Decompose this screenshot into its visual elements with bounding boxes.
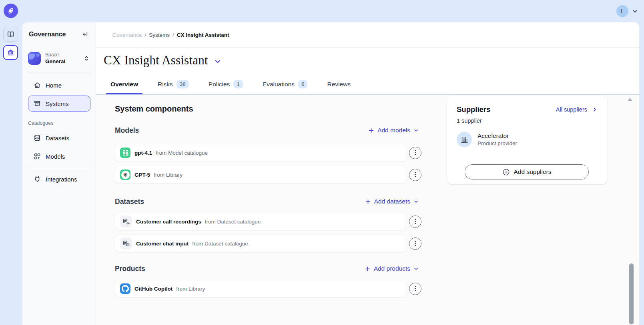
tab-label: Overview	[110, 81, 138, 88]
chevron-up-down-icon	[83, 55, 90, 62]
product-name: GitHub Copilot	[134, 286, 173, 292]
tab-reviews[interactable]: Reviews	[323, 80, 355, 94]
breadcrumb-separator: /	[173, 32, 174, 38]
tab-policies[interactable]: Policies 1	[204, 80, 247, 94]
sidebar-title: Governance	[29, 31, 66, 38]
book-icon	[6, 30, 15, 38]
chevron-down-icon	[214, 58, 221, 65]
row-menu-button[interactable]	[409, 147, 421, 159]
model-grid-icon	[120, 148, 130, 158]
supplier-item[interactable]: Accelerator Product provider	[457, 132, 598, 147]
content-area: Governance / Systems / CX Insight Assist…	[96, 22, 639, 325]
model-row: gpt-4.1 from Model catalogue	[115, 144, 422, 162]
row-menu-button[interactable]	[409, 169, 421, 181]
openai-icon: ❋	[120, 169, 130, 180]
bank-icon	[6, 48, 15, 57]
tab-overview[interactable]: Overview	[106, 80, 142, 94]
sidebar-item-label: Models	[46, 153, 65, 160]
space-value: General	[45, 58, 83, 65]
app-rail	[0, 22, 22, 325]
add-suppliers-button[interactable]: Add suppliers	[465, 164, 589, 179]
account-menu-button[interactable]	[632, 8, 638, 15]
tab-risks[interactable]: Risks 38	[153, 80, 193, 94]
app-logo[interactable]	[4, 4, 18, 18]
app-window: L	[0, 0, 644, 325]
breadcrumb-separator: /	[145, 32, 146, 38]
home-icon	[33, 81, 41, 89]
plus-icon	[368, 128, 374, 134]
add-datasets-button[interactable]: Add datasets	[365, 198, 419, 205]
database-icon	[33, 134, 41, 142]
plus-icon	[365, 199, 371, 205]
row-menu-button[interactable]	[409, 215, 421, 228]
sidebar-item-home[interactable]: Home	[28, 77, 90, 93]
page-header: CX Insight Assistant Overview Risks 38 P…	[96, 48, 639, 95]
tab-bar: Overview Risks 38 Policies 1 Evaluations…	[106, 80, 355, 94]
model-row-gpt-5[interactable]: ❋ GPT-5 from Library	[115, 166, 406, 183]
sidebar-collapse-button[interactable]	[82, 31, 89, 38]
breadcrumb-systems[interactable]: Systems	[149, 32, 170, 38]
user-avatar[interactable]: L	[616, 5, 628, 17]
systems-box-icon	[33, 100, 41, 108]
rail-library-button[interactable]	[3, 27, 18, 42]
supplier-name: Accelerator	[477, 132, 517, 140]
datasets-heading: Datasets	[115, 197, 144, 206]
suppliers-heading: Suppliers	[457, 105, 490, 114]
tab-label: Reviews	[327, 81, 351, 88]
product-row: GitHub Copilot from Library	[115, 280, 422, 297]
row-menu-button[interactable]	[409, 237, 421, 250]
tab-badge: 6	[298, 80, 308, 88]
products-heading: Products	[115, 265, 145, 273]
scrollbar-up-button[interactable]	[628, 98, 632, 101]
product-source: from Library	[176, 286, 205, 292]
suppliers-card: Suppliers All suppliers 1 supplier	[447, 96, 607, 184]
all-suppliers-link[interactable]: All suppliers	[556, 106, 598, 113]
row-menu-button[interactable]	[409, 283, 421, 295]
dataset-audio-icon	[120, 215, 132, 227]
model-source: from Model catalogue	[156, 150, 208, 156]
sidebar-item-label: Home	[46, 82, 62, 89]
supplier-count: 1 supplier	[457, 118, 598, 124]
chevron-right-icon	[592, 107, 598, 112]
dataset-source: from Dataset catalogue	[205, 219, 261, 225]
sidebar-item-integrations[interactable]: Integrations	[28, 171, 90, 187]
logo-swoosh-icon	[6, 6, 15, 15]
page-title-dropdown[interactable]: CX Insight Assistant	[104, 53, 639, 68]
tab-label: Evaluations	[263, 81, 295, 88]
sidebar-item-models[interactable]: Models	[28, 148, 90, 164]
supplier-avatar	[457, 132, 472, 147]
overview-scroll-area: System components Models Add models	[96, 95, 639, 325]
dataset-name: Customer chat input	[136, 241, 189, 247]
tab-badge: 1	[233, 80, 243, 88]
plus-icon	[365, 266, 371, 272]
chevron-down-icon	[632, 8, 638, 15]
dataset-table-icon	[120, 237, 132, 249]
chevron-down-icon	[413, 266, 419, 271]
supplier-role: Product provider	[477, 140, 517, 147]
space-icon	[28, 52, 41, 65]
add-models-button[interactable]: Add models	[368, 127, 419, 134]
models-heading: Models	[115, 126, 139, 135]
product-row-github-copilot[interactable]: GitHub Copilot from Library	[115, 280, 406, 297]
space-selector[interactable]: Space General	[28, 50, 90, 72]
dataset-row: Customer call recordings from Dataset ca…	[115, 213, 422, 230]
tab-label: Risks	[158, 81, 173, 88]
plug-icon	[33, 175, 41, 183]
add-products-button[interactable]: Add products	[365, 265, 419, 272]
sidebar-divider	[28, 167, 90, 167]
sidebar-item-label: Systems	[46, 100, 69, 107]
model-source: from Library	[154, 172, 183, 178]
rail-governance-button[interactable]	[3, 45, 18, 60]
dataset-row-call-recordings[interactable]: Customer call recordings from Dataset ca…	[115, 213, 406, 230]
breadcrumb-governance[interactable]: Governance	[112, 32, 142, 38]
model-row-gpt-4-1[interactable]: gpt-4.1 from Model catalogue	[115, 144, 406, 162]
model-name: gpt-4.1	[134, 150, 152, 156]
scrollbar-thumb[interactable]	[629, 263, 634, 324]
sidebar-item-systems[interactable]: Systems	[28, 96, 90, 112]
section-heading: System components	[115, 103, 422, 114]
model-name: GPT-5	[134, 172, 150, 178]
tab-evaluations[interactable]: Evaluations 6	[258, 80, 312, 94]
dataset-row-chat-input[interactable]: Customer chat input from Dataset catalog…	[115, 235, 406, 252]
chevron-down-icon	[413, 199, 419, 204]
sidebar-item-datasets[interactable]: Datasets	[28, 130, 90, 146]
